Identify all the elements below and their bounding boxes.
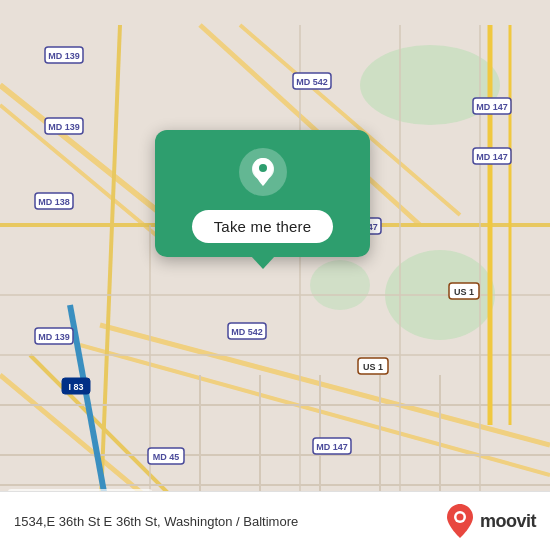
svg-text:MD 542: MD 542 (296, 77, 328, 87)
address-text: 1534,E 36th St E 36th St, Washington / B… (14, 514, 444, 529)
svg-text:US 1: US 1 (363, 362, 383, 372)
svg-text:MD 138: MD 138 (38, 197, 70, 207)
svg-text:MD 45: MD 45 (153, 452, 180, 462)
moovit-wordmark: moovit (480, 511, 536, 532)
svg-text:MD 147: MD 147 (476, 152, 508, 162)
map-background: MD 139 MD 139 MD 138 MD 139 MD 45 MD 147… (0, 0, 550, 550)
svg-text:MD 139: MD 139 (48, 51, 80, 61)
moovit-pin-icon (444, 502, 476, 540)
location-icon-wrapper (239, 148, 287, 196)
svg-point-3 (310, 260, 370, 310)
moovit-logo: moovit (444, 502, 536, 540)
svg-text:MD 139: MD 139 (38, 332, 70, 342)
location-pin-icon (249, 156, 277, 188)
svg-point-64 (456, 514, 463, 521)
bottom-bar: 1534,E 36th St E 36th St, Washington / B… (0, 491, 550, 550)
popup-card: Take me there (155, 130, 370, 257)
svg-text:MD 147: MD 147 (316, 442, 348, 452)
svg-text:I 83: I 83 (68, 382, 83, 392)
map-container: MD 139 MD 139 MD 138 MD 139 MD 45 MD 147… (0, 0, 550, 550)
svg-text:MD 139: MD 139 (48, 122, 80, 132)
take-me-there-button[interactable]: Take me there (192, 210, 334, 243)
svg-text:US 1: US 1 (454, 287, 474, 297)
svg-text:MD 542: MD 542 (231, 327, 263, 337)
svg-point-62 (259, 164, 267, 172)
svg-text:MD 147: MD 147 (476, 102, 508, 112)
